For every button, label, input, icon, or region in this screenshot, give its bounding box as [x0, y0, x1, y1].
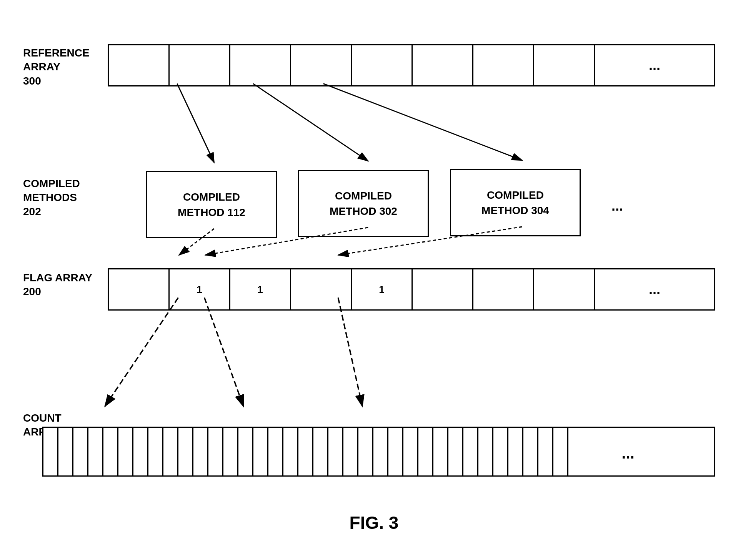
figure-caption: FIG. 3	[23, 512, 725, 533]
flag-cell-2: 1	[230, 269, 291, 309]
compiled-method-304: COMPILEDMETHOD 304	[450, 169, 581, 236]
flag-cell-5	[413, 269, 473, 309]
ref-cell-6	[413, 45, 473, 85]
flag-cell-6	[473, 269, 534, 309]
flag-cell-1: 1	[170, 269, 230, 309]
count-array: ...	[42, 427, 715, 477]
svg-line-14	[105, 297, 178, 406]
ref-cell-5	[352, 45, 413, 85]
ref-ellipsis: ...	[595, 45, 714, 85]
ref-cell-4	[291, 45, 352, 85]
svg-line-15	[204, 297, 243, 406]
ref-cell-1	[109, 45, 170, 85]
svg-line-8	[177, 84, 214, 163]
svg-line-10	[323, 84, 522, 161]
flag-cell-7	[534, 269, 595, 309]
ref-cell-2	[170, 45, 230, 85]
compiled-methods-label: COMPILED METHODS 202	[23, 177, 80, 219]
compiled-method-302: COMPILEDMETHOD 302	[298, 170, 429, 237]
flag-array-label: FLAG ARRAY 200	[23, 271, 92, 299]
count-array-stripes: ...	[43, 428, 714, 475]
reference-array: ...	[108, 44, 715, 86]
flag-cell-4: 1	[352, 269, 413, 309]
flag-array: 1 1 1 ...	[108, 268, 715, 311]
methods-ellipsis: ...	[611, 198, 623, 214]
compiled-method-112: COMPILEDMETHOD 112	[146, 171, 277, 238]
ref-cell-3	[230, 45, 291, 85]
svg-line-16	[338, 297, 362, 406]
svg-rect-3	[582, 428, 714, 475]
flag-cell-3	[291, 269, 352, 309]
flag-ellipsis: ...	[595, 269, 714, 309]
reference-array-label: REFERENCE ARRAY 300	[23, 46, 90, 88]
flag-cell-0	[109, 269, 170, 309]
svg-line-9	[253, 84, 368, 161]
ref-cell-8	[534, 45, 595, 85]
diagram: REFERENCE ARRAY 300 ... COMPILED METHODS…	[23, 23, 725, 537]
svg-rect-2	[43, 428, 582, 475]
svg-text:...: ...	[621, 445, 634, 462]
ref-cell-7	[473, 45, 534, 85]
